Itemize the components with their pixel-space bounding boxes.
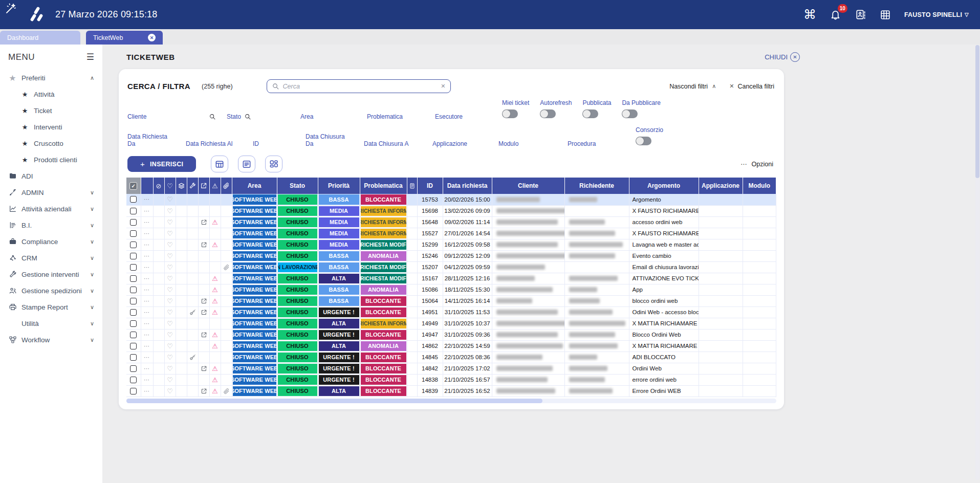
horizontal-scrollbar[interactable] bbox=[126, 399, 776, 403]
col-external-icon[interactable] bbox=[198, 178, 209, 194]
row-checkbox[interactable] bbox=[130, 253, 137, 259]
vertical-scrollbar[interactable] bbox=[975, 45, 979, 480]
row-checkbox[interactable] bbox=[130, 365, 137, 372]
sidebar-item-attivit[interactable]: ★Attività bbox=[8, 86, 94, 102]
col-priorita[interactable]: Priorità bbox=[318, 178, 360, 194]
row-actions[interactable]: ⋯ bbox=[141, 228, 153, 239]
notifications-button[interactable]: 10 bbox=[830, 9, 841, 20]
magic-wand-icon[interactable] bbox=[5, 2, 17, 14]
sidebar-item-utilit[interactable]: Utilità∨ bbox=[8, 315, 94, 332]
table-row[interactable]: ⋯♡⚠SOFTWARE WEBCHIUSOURGENTE !BLOCCANTE1… bbox=[126, 363, 776, 374]
table-row[interactable]: ⋯♡⚠SOFTWARE WEBCHIUSOBASSABLOCCANTE15064… bbox=[126, 295, 776, 306]
row-checkbox[interactable] bbox=[130, 264, 137, 271]
search-icon[interactable] bbox=[244, 113, 251, 120]
menu-toggle-icon[interactable]: ☰ bbox=[86, 52, 94, 62]
col-ban-icon[interactable]: ⊘ bbox=[153, 178, 164, 194]
favorite-cell[interactable]: ♡ bbox=[164, 261, 176, 273]
sidebar-item-gestione-interventi[interactable]: Gestione interventi∨ bbox=[8, 266, 94, 282]
row-actions[interactable]: ⋯ bbox=[141, 329, 153, 340]
favorite-cell[interactable]: ♡ bbox=[164, 228, 176, 239]
row-actions[interactable]: ⋯ bbox=[141, 194, 153, 205]
row-checkbox[interactable] bbox=[130, 388, 137, 394]
row-checkbox[interactable] bbox=[130, 309, 137, 316]
paperclip-icon[interactable] bbox=[222, 264, 231, 271]
favorite-cell[interactable]: ♡ bbox=[164, 385, 176, 397]
table-row[interactable]: ⋯♡SOFTWARE WEBCHIUSOMEDIARICHIESTA INFOR… bbox=[126, 205, 776, 216]
favorite-cell[interactable]: ♡ bbox=[164, 216, 176, 228]
favorite-cell[interactable]: ♡ bbox=[164, 363, 176, 374]
row-actions[interactable]: ⋯ bbox=[141, 318, 153, 329]
command-icon[interactable]: ⌘ bbox=[803, 8, 816, 21]
table-row[interactable]: ⋯♡⚠SOFTWARE WEBCHIUSOALTAANOMALIA1486222… bbox=[126, 340, 776, 352]
search-input[interactable] bbox=[283, 83, 438, 90]
journal-view-button[interactable] bbox=[238, 156, 255, 172]
search-icon[interactable] bbox=[209, 113, 216, 120]
row-actions[interactable]: ⋯ bbox=[141, 352, 153, 363]
options-button[interactable]: ⋯Opzioni bbox=[741, 160, 773, 168]
row-actions[interactable]: ⋯ bbox=[141, 284, 153, 295]
table-row[interactable]: ⋯♡SOFTWARE WEBCHIUSOBASSAANOMALIA1524609… bbox=[126, 250, 776, 261]
col-favorite-icon[interactable]: ♡ bbox=[164, 178, 176, 194]
clear-search-icon[interactable]: ✕ bbox=[441, 83, 445, 90]
sidebar-item-workflow[interactable]: Workflow∨ bbox=[8, 332, 94, 348]
pubblicata-toggle[interactable] bbox=[582, 109, 598, 118]
row-checkbox[interactable] bbox=[130, 343, 137, 349]
favorite-cell[interactable]: ♡ bbox=[164, 306, 176, 318]
col-applicazione[interactable]: Applicazione bbox=[699, 178, 743, 194]
table-row[interactable]: ⋯♡SOFTWARE WEBCHIUSOMEDIARICHIESTA INFOR… bbox=[126, 228, 776, 239]
external-link-icon[interactable] bbox=[200, 298, 208, 304]
table-row[interactable]: ⋯♡SOFTWARE WEBIN LAVORAZIONEBASSARICHIES… bbox=[126, 261, 776, 273]
row-actions[interactable]: ⋯ bbox=[141, 273, 153, 284]
sidebar-item-cruscotto[interactable]: ★Cruscotto bbox=[8, 135, 94, 151]
row-checkbox[interactable] bbox=[130, 230, 137, 237]
external-link-icon[interactable] bbox=[200, 219, 208, 226]
key-icon[interactable] bbox=[188, 354, 197, 361]
favorite-cell[interactable]: ♡ bbox=[164, 239, 176, 250]
sidebar-item-attivit-aziendali[interactable]: Attività aziendali∨ bbox=[8, 201, 94, 217]
hide-filters-button[interactable]: Nascondi filtri∧ bbox=[669, 83, 716, 90]
close-page-button[interactable]: CHIUDI ✕ bbox=[765, 52, 800, 62]
contacts-button[interactable] bbox=[855, 9, 866, 20]
close-tab-icon[interactable]: ✕ bbox=[148, 34, 156, 41]
sidebar-item-adi[interactable]: ADI bbox=[8, 168, 94, 184]
table-row[interactable]: ⋯♡⚠SOFTWARE WEBCHIUSOURGENTE !BLOCCANTE1… bbox=[126, 374, 776, 385]
clear-filters-button[interactable]: ✕Cancella filtri bbox=[729, 83, 774, 90]
sidebar-item-compliance[interactable]: Compliance∨ bbox=[8, 233, 94, 250]
row-actions[interactable]: ⋯ bbox=[141, 363, 153, 374]
row-checkbox[interactable] bbox=[130, 377, 137, 383]
global-search[interactable]: ✕ bbox=[267, 79, 451, 93]
sidebar-item-stampe-report[interactable]: Stampe Report∨ bbox=[8, 299, 94, 315]
row-actions[interactable]: ⋯ bbox=[141, 216, 153, 228]
row-checkbox[interactable] bbox=[130, 332, 137, 338]
favorite-cell[interactable]: ♡ bbox=[164, 318, 176, 329]
row-actions[interactable]: ⋯ bbox=[141, 340, 153, 352]
favorite-cell[interactable]: ♡ bbox=[164, 352, 176, 363]
col-argomento[interactable]: Argomento bbox=[629, 178, 699, 194]
row-actions[interactable]: ⋯ bbox=[141, 374, 153, 385]
key-icon[interactable] bbox=[188, 309, 197, 316]
row-actions[interactable]: ⋯ bbox=[141, 306, 153, 318]
favorite-cell[interactable]: ♡ bbox=[164, 284, 176, 295]
favorite-cell[interactable]: ♡ bbox=[164, 295, 176, 306]
favorite-cell[interactable]: ♡ bbox=[164, 374, 176, 385]
table-row[interactable]: ⋯♡⚠SOFTWARE WEBCHIUSOMEDIARICHIESTA INFO… bbox=[126, 216, 776, 228]
col-id[interactable]: ID bbox=[417, 178, 443, 194]
consorzio-toggle[interactable] bbox=[636, 137, 651, 145]
row-checkbox[interactable] bbox=[130, 287, 137, 293]
scrollbar-thumb[interactable] bbox=[975, 45, 979, 178]
row-checkbox[interactable] bbox=[130, 354, 137, 361]
table-row[interactable]: ⋯♡⚠SOFTWARE WEBCHIUSOURGENTE !BLOCCANTE1… bbox=[126, 306, 776, 318]
col-layers-icon[interactable] bbox=[176, 178, 187, 194]
table-view-button[interactable] bbox=[211, 156, 228, 172]
external-link-icon[interactable] bbox=[200, 332, 208, 338]
row-checkbox[interactable] bbox=[130, 320, 137, 327]
favorite-cell[interactable]: ♡ bbox=[164, 329, 176, 340]
sidebar-item-prodotti-clienti[interactable]: ★Prodotti clienti bbox=[8, 151, 94, 168]
paperclip-icon[interactable] bbox=[222, 388, 231, 394]
favorite-cell[interactable]: ♡ bbox=[164, 250, 176, 261]
external-link-icon[interactable] bbox=[200, 388, 208, 394]
col-wrench-icon[interactable] bbox=[187, 178, 198, 194]
col-stato[interactable]: Stato bbox=[277, 178, 318, 194]
da-pubblicare-toggle[interactable] bbox=[622, 109, 638, 118]
row-checkbox[interactable] bbox=[130, 298, 137, 304]
